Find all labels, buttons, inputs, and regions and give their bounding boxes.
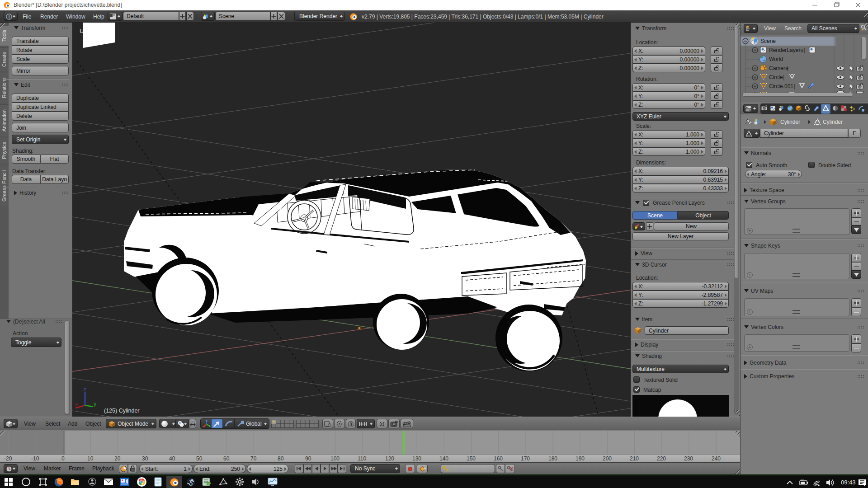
svg-text:i: i (9, 15, 10, 19)
svg-text:|: | (804, 47, 805, 53)
svg-text:|: | (783, 74, 784, 80)
svg-text:z: z (84, 386, 86, 393)
svg-text:x: x (75, 401, 78, 408)
svg-text:World: World (769, 56, 783, 62)
svg-text:U: U (80, 28, 84, 34)
svg-text:|: | (787, 65, 788, 71)
svg-text:y: y (94, 401, 96, 407)
svg-text:Circle.001: Circle.001 (769, 83, 793, 89)
svg-text:RenderLayers: RenderLayers (769, 47, 803, 53)
svg-text:(125) Cylinder: (125) Cylinder (104, 408, 140, 414)
svg-text:Scene: Scene (760, 38, 776, 44)
svg-text:|: | (794, 83, 795, 89)
svg-text:Circle: Circle (769, 74, 783, 80)
svg-text:Camera: Camera (769, 65, 788, 71)
